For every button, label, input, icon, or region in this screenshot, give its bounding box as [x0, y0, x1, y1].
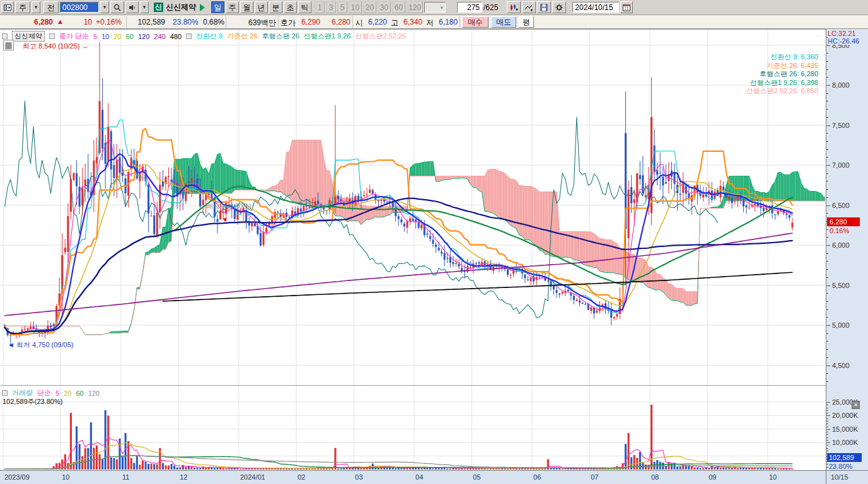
low-arrow-icon: ◄: [8, 341, 14, 349]
axis-tick: [826, 341, 828, 342]
month-label: 2024/01: [240, 473, 265, 481]
axis-tick: [826, 237, 828, 238]
axis-tick: [826, 415, 830, 416]
axis-tick: [826, 429, 830, 430]
axis-tick: [826, 77, 828, 78]
price-tick-label: 5,500: [832, 282, 850, 289]
axis-tick: [826, 418, 828, 419]
legend-marker-icon[interactable]: [186, 33, 192, 39]
dividend-marker-icon: ▼: [222, 216, 228, 223]
axis-tick: [826, 373, 828, 374]
axis-tick: [826, 101, 828, 101]
month-label: 05: [473, 473, 480, 481]
month-label: 07: [591, 473, 598, 481]
volume-ma-5: 5: [55, 389, 59, 397]
axis-tick: [826, 366, 830, 366]
price-axis-panel[interactable]: 8,5008,0007,5007,0006,5006,0005,5005,000…: [826, 29, 868, 470]
ichimoku-value: 선행스팬1 9,26: 6,398: [746, 79, 818, 88]
legend-marker-icon[interactable]: [2, 33, 8, 39]
axis-tick: [826, 149, 828, 150]
legend-ma-120: 120: [138, 33, 149, 40]
legend-ma-240: 240: [154, 33, 165, 40]
data-table-icon[interactable]: ▦: [3, 40, 14, 50]
axis-tick: [826, 285, 830, 286]
lc-label: LC:32.21: [828, 30, 856, 37]
axis-tick: [826, 442, 830, 443]
axis-tick: [826, 467, 828, 468]
axis-tick: [826, 253, 828, 254]
axis-tick: [826, 133, 828, 134]
axis-tick: [826, 427, 828, 427]
axis-tick: [826, 424, 828, 424]
axis-tick: [826, 165, 830, 166]
axis-tick: [826, 349, 828, 350]
volume-tick-label: 20,000K: [832, 412, 858, 419]
axis-tick: [826, 413, 828, 413]
axis-tick: [826, 261, 828, 262]
volume-pane: [4, 405, 794, 470]
axis-tick: [826, 85, 830, 86]
ichimoku-value: 전환선 9: 6,360: [746, 53, 818, 62]
axis-tick: [826, 269, 828, 270]
axis-tick: [826, 93, 828, 94]
axis-tick: [826, 69, 828, 70]
axis-tick: [826, 197, 828, 198]
axis-tick: [826, 189, 828, 190]
axis-tick: [826, 325, 830, 326]
month-label: 10: [769, 473, 777, 481]
volume-ma-60: 60: [76, 389, 83, 397]
ichimoku-value: 기준선 26: 6,435: [746, 62, 818, 71]
volume-ma-20: 20: [64, 389, 71, 397]
month-label: 2023/09: [4, 473, 30, 481]
month-label: 09: [709, 473, 716, 481]
axis-tick: [826, 405, 828, 405]
axis-tick: [826, 277, 828, 278]
axis-tick: [826, 245, 830, 246]
high-arrow-icon: →: [82, 42, 89, 50]
legend-ichimoku-item: 기준선 26: [227, 32, 257, 41]
axis-tick: [826, 317, 828, 318]
axis-tick: [826, 448, 828, 449]
legend-marker-icon[interactable]: [49, 33, 55, 39]
month-label: 11: [122, 473, 129, 481]
legend-stock-name: 신신제약: [12, 31, 45, 42]
volume-ma-120: 120: [88, 389, 100, 397]
axis-tick: [826, 45, 830, 46]
current-price-percent: 0.16%: [830, 227, 849, 234]
legend-ma-60: 60: [126, 33, 134, 40]
axis-tick: [826, 402, 830, 403]
trading-app-window: 주 ▾ 전 002800 ▾ ▾ 신 신신제약 일주월년분초틱 13510203…: [0, 0, 868, 484]
price-volume-chart[interactable]: [0, 0, 868, 484]
volume-ma-label: 단순: [37, 388, 51, 398]
current-volume-percent: 23.80%: [829, 463, 852, 470]
volume-current-label: 102,589주(23.80%): [3, 397, 62, 406]
axis-tick: [826, 173, 828, 174]
legend-marker-icon[interactable]: [2, 390, 8, 396]
axis-tick: [826, 117, 828, 118]
ichimoku-value: 선행스팬2 52,26: 6,850: [746, 87, 818, 96]
legend-ichimoku-item: 선행스팬2 52,26: [355, 32, 406, 41]
axis-tick: [826, 309, 828, 310]
axis-tick: [826, 445, 828, 446]
volume-tick-label: 15,000K: [832, 425, 858, 433]
axis-tick: [826, 408, 828, 408]
time-axis[interactable]: 10/15 2023/091011122024/0102030405060708…: [0, 470, 868, 484]
axis-tick: [826, 229, 828, 230]
axis-tick: [826, 125, 830, 126]
price-tick-label: 5,000: [832, 321, 850, 329]
volume-legend-title: 거래량: [12, 388, 33, 398]
annotation-high: 최고 8,540 (10/25) →: [23, 42, 89, 51]
price-tick-label: 6,000: [832, 241, 850, 249]
volume-tick-label: 10,000K: [832, 439, 858, 446]
axis-tick: [826, 181, 828, 182]
axis-tick: [826, 357, 828, 358]
month-label: 12: [180, 473, 187, 481]
current-price-badge: 6,280: [827, 217, 860, 226]
axis-tick: [826, 451, 828, 451]
hc-label: HC:-26.46: [828, 37, 859, 45]
volume-pane-close-icon[interactable]: ✕: [852, 401, 860, 409]
axis-tick: [826, 440, 828, 441]
month-label: 03: [355, 473, 362, 481]
axis-tick: [826, 157, 828, 158]
legend-ma-480: 480: [170, 33, 182, 40]
